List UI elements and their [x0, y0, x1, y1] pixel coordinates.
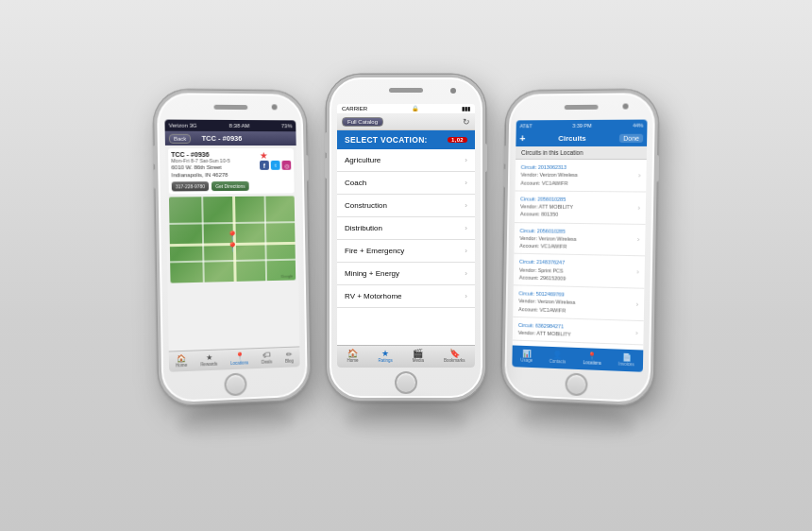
chevron-right-icon: ›: [465, 247, 467, 255]
right-screen: AT&T 3:39 PM 44% + Circuits Done Circuit…: [512, 120, 647, 372]
phone-top-bar-right: [509, 93, 655, 120]
camera-left: [272, 104, 278, 110]
left-nav-bar: Back TCC - #0936: [165, 131, 296, 146]
camera-center: [450, 88, 456, 94]
nav-ratings-center[interactable]: ★ Ratings: [378, 350, 392, 363]
chevron-right-icon: ›: [637, 236, 639, 243]
chevron-right-icon: ›: [465, 224, 467, 232]
star-icon: ★: [260, 151, 291, 161]
nav-invoices-right[interactable]: 📄 Invoices: [618, 354, 634, 368]
select-vocation-label: SELECT VOCATION:: [345, 135, 428, 145]
map-view[interactable]: 📍 Google: [169, 196, 296, 283]
speaker-center: [389, 88, 423, 93]
phone-button[interactable]: 317-228-9780: [172, 181, 210, 191]
volume-up-center: [325, 132, 329, 153]
list-item-agriculture[interactable]: Agriculture ›: [337, 149, 475, 172]
chevron-right-icon: ›: [636, 301, 638, 308]
power-center: [483, 144, 487, 172]
list-item-rv[interactable]: RV + Motorhome ›: [337, 285, 475, 308]
center-status-bar: CARRIER 🔒 ▮▮▮: [337, 104, 475, 114]
left-screen: Verizon 3G 8:38 AM 73% Back TCC - #0936 …: [164, 120, 299, 372]
volume-down-center: [325, 158, 329, 179]
facebook-icon[interactable]: f: [260, 161, 269, 170]
vocation-count-badge: 1,02: [448, 137, 467, 143]
twitter-icon[interactable]: t: [271, 161, 280, 170]
power-button: [305, 155, 309, 181]
left-status-bar: Verizon 3G 8:38 AM 73%: [164, 120, 296, 132]
list-item-coach[interactable]: Coach ›: [337, 172, 475, 195]
right-carrier: AT&T: [520, 123, 533, 128]
right-battery: 44%: [633, 122, 643, 128]
nav-home-left[interactable]: 🏠 Home: [176, 355, 187, 368]
nav-locations-left[interactable]: 📍 Locations: [230, 352, 248, 366]
left-back-button[interactable]: Back: [169, 133, 192, 143]
home-button-left[interactable]: [224, 372, 246, 396]
add-circuit-button[interactable]: +: [519, 133, 525, 144]
instagram-icon[interactable]: ◎: [281, 161, 291, 170]
list-item-mining[interactable]: Mining + Energy ›: [337, 263, 475, 285]
speaker-right: [565, 104, 599, 109]
company-header: TCC - #0936 Mon-Fri 8-7 Sat-Sun 10-5 601…: [168, 148, 295, 194]
list-item-fire[interactable]: Fire + Emergency ›: [337, 240, 475, 263]
chevron-right-icon: ›: [636, 268, 638, 275]
company-actions: 317-228-9780 Get Directions: [172, 181, 249, 192]
circuit-item-4[interactable]: Circuit: 2148376247 Vendor: Sprint PCS A…: [514, 254, 645, 289]
company-address: 6010 W. 86th Street Indianapolis, IN 462…: [171, 163, 248, 180]
phone-right: AT&T 3:39 PM 44% + Circuits Done Circuit…: [501, 90, 658, 406]
right-time: 3:39 PM: [572, 122, 591, 128]
circuit-item-2[interactable]: Circuit: 2056010285 Vendor: ATT MOBILITY…: [515, 191, 646, 224]
left-time: 8:38 AM: [229, 123, 250, 128]
chevron-right-icon: ›: [465, 179, 467, 187]
power-right: [655, 155, 660, 181]
nav-bookmarks-center[interactable]: 🔖 Bookmarks: [444, 350, 465, 363]
nav-contacts-right[interactable]: 👤 Contacts: [550, 351, 567, 365]
left-carrier: Verizon 3G: [169, 123, 197, 128]
home-button-center[interactable]: [395, 371, 417, 394]
full-catalog-button[interactable]: Full Catalog: [342, 117, 383, 127]
select-vocation-header: SELECT VOCATION: 1,02: [337, 130, 475, 149]
circuit-item-6[interactable]: Circuit: 6362984271 Vendor: ATT MOBILITY…: [513, 317, 644, 346]
chevron-right-icon: ›: [635, 329, 637, 335]
right-status-bar: AT&T 3:39 PM 44%: [516, 120, 648, 131]
center-carrier: CARRIER: [342, 106, 367, 111]
done-button[interactable]: Done: [619, 134, 643, 143]
volume-down-button: [153, 169, 157, 188]
left-screen-title: TCC - #0936: [202, 134, 243, 143]
center-bottom-bar: [330, 368, 482, 398]
map-pin: 📍: [227, 226, 234, 235]
home-button-right[interactable]: [565, 372, 587, 396]
nav-usage-right[interactable]: 📊 Usage: [520, 351, 533, 363]
right-screen-title: Circuits: [558, 134, 586, 143]
volume-up-button: [153, 146, 157, 164]
directions-button[interactable]: Get Directions: [211, 181, 249, 191]
list-item-distribution[interactable]: Distribution ›: [337, 217, 475, 240]
chevron-right-icon: ›: [638, 172, 640, 179]
nav-deals-left[interactable]: 🏷 Deals: [262, 351, 272, 364]
volume-up-right: [503, 146, 507, 164]
left-battery: 73%: [281, 123, 293, 128]
list-item-construction[interactable]: Construction ›: [337, 195, 475, 217]
ratings-icon: ★: [381, 350, 389, 358]
phone-center: CARRIER 🔒 ▮▮▮ Full Catalog ↻ SELECT VOCA…: [327, 75, 485, 401]
speaker-left: [214, 104, 248, 109]
center-screen: CARRIER 🔒 ▮▮▮ Full Catalog ↻ SELECT VOCA…: [337, 104, 475, 368]
circuit-item-3[interactable]: Circuit: 2056010285 Vendor: Verizon Wire…: [514, 223, 645, 257]
left-content: TCC - #0936 Mon-Fri 8-7 Sat-Sun 10-5 601…: [165, 146, 299, 351]
circuit-item-5[interactable]: Circuit: 5012469769 Vendor: Verizon Wire…: [513, 285, 644, 321]
refresh-icon[interactable]: ↻: [463, 117, 470, 127]
nav-locations-right[interactable]: 📍 Locations: [583, 352, 601, 366]
lock-icon: 🔒: [412, 105, 418, 111]
phone-top-bar-center: [330, 77, 482, 104]
circuit-item-1[interactable]: Circuit: 2013062313 Vendor: Verizon Wire…: [516, 160, 647, 192]
nav-media-center[interactable]: 🎬 Media: [413, 350, 424, 363]
volume-down-right: [503, 169, 507, 188]
camera-right: [622, 104, 628, 110]
center-nav-bar: Full Catalog ↻: [337, 114, 475, 130]
home-icon: 🏠: [347, 350, 358, 358]
chevron-right-icon: ›: [465, 156, 467, 164]
nav-home-center[interactable]: 🏠 Home: [347, 350, 358, 363]
circuits-section-header: Circuits in this Location: [516, 146, 647, 160]
chevron-right-icon: ›: [465, 269, 467, 278]
nav-blog-left[interactable]: ✏ Blog: [285, 351, 294, 364]
nav-rewards-left[interactable]: ★ Rewards: [200, 354, 217, 368]
